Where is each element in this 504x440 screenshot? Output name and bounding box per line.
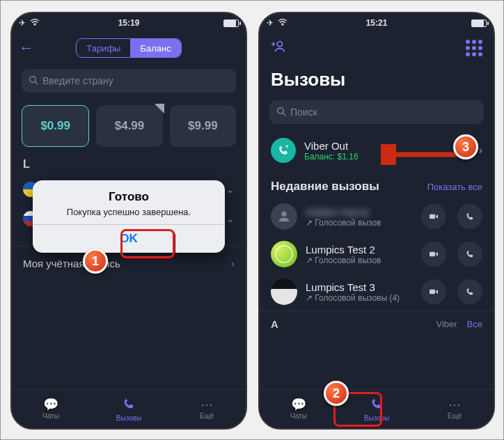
chat-icon: 💬 [291,398,306,411]
chat-icon: 💬 [43,398,58,411]
call-type: ↗ Голосовой вызов [306,218,410,228]
status-time: 15:21 [340,18,413,28]
top-bar: ← Тарифы Баланс [12,33,246,63]
status-bar: ✈ 15:21 [260,13,494,33]
voice-call-button[interactable] [457,242,482,267]
search-icon [29,75,38,87]
phone-icon [122,397,136,413]
bottom-nav: 💬 Чаты Вызовы ⋯ Ещё [12,389,246,428]
country-search[interactable]: Введите страну [22,69,236,93]
dialog-title: Готово [44,190,214,204]
call-type: ↗ Голосовой вызовы (4) [306,293,410,303]
svg-point-0 [34,24,36,26]
video-call-button[interactable] [421,204,446,229]
top-bar [260,33,494,63]
svg-rect-8 [430,214,435,219]
chevron-right-icon: › [479,144,482,157]
nav-chats[interactable]: 💬 Чаты [12,390,90,428]
dialog-message: Покупка успешно завершена. [44,207,214,217]
alpha-section: A Viber Все [260,311,494,337]
nav-chats[interactable]: 💬 Чаты [260,390,338,428]
nav-calls-label: Вызовы [116,414,141,422]
filter-all[interactable]: Все [467,319,482,329]
page-title: Вызовы [260,63,494,95]
bottom-nav: 💬 Чаты Вызовы ⋯ Ещё [260,389,494,428]
nav-chats-label: Чаты [42,412,59,420]
nav-more-label: Ещё [448,412,462,420]
segment-control[interactable]: Тарифы Баланс [76,38,181,58]
featured-ribbon-icon [155,104,164,113]
chevron-down-icon: ⌄ [226,184,235,195]
video-call-button[interactable] [421,279,446,304]
nav-more[interactable]: ⋯ Ещё [416,390,494,428]
screen-calls: ✈ 15:21 Вызовы Поиск Viber Out Баланс: $… [258,12,495,430]
call-row[interactable]: Lumpics Test 2 ↗ Голосовой вызов [260,235,494,273]
alpha-letter: A [271,318,278,330]
nav-calls[interactable]: Вызовы [90,390,168,428]
call-contact-name: Lumpics Test 3 [306,281,410,293]
viber-out-balance: Баланс: $1.16 [304,152,359,162]
viber-out-title: Viber Out [304,140,359,152]
svg-point-4 [277,41,282,46]
video-call-button[interactable] [421,242,446,267]
nav-chats-label: Чаты [290,412,307,420]
call-contact-name: Hidden Name [306,206,410,218]
nav-more[interactable]: ⋯ Ещё [168,390,246,428]
voice-call-button[interactable] [457,279,482,304]
viber-out-icon [271,138,296,163]
phone-icon [370,397,384,413]
svg-point-1 [30,76,36,81]
more-icon: ⋯ [200,398,213,411]
chevron-right-icon: › [231,258,235,269]
chevron-down-icon: ⌄ [226,213,235,224]
credit-4-99[interactable]: $4.99 [96,105,162,147]
search-placeholder: Введите страну [42,75,113,86]
nav-more-label: Ещё [200,412,214,420]
section-title: Недавние вызовы [271,180,379,194]
avatar-icon [271,203,297,230]
credit-options: $0.99 $4.99 $9.99 [12,98,246,154]
voice-call-button[interactable] [457,204,482,229]
call-contact-name: Lumpics Test 2 [306,244,410,256]
list-letter-header: L [12,154,246,175]
my-account-label: Моя учётная запись [23,258,120,269]
avatar-icon [271,241,297,267]
nav-calls-label: Вызовы [364,414,389,422]
more-icon: ⋯ [448,398,461,411]
credit-9-99[interactable]: $9.99 [170,105,236,147]
purchase-complete-dialog: Готово Покупка успешно завершена. OK [33,180,225,253]
svg-rect-10 [430,290,435,294]
back-button[interactable]: ← [19,39,34,57]
add-contact-button[interactable] [271,39,286,58]
wifi-icon [30,18,40,28]
svg-line-6 [283,113,285,116]
svg-point-7 [281,212,286,217]
segment-tariffs[interactable]: Тарифы [77,39,130,57]
call-row[interactable]: Lumpics Test 3 ↗ Голосовой вызовы (4) [260,273,494,311]
svg-point-3 [282,24,283,26]
calls-search[interactable]: Поиск [269,100,484,124]
screen-viber-out-balance: ✈ 15:19 ← Тарифы Баланс Введите страну $… [10,12,247,430]
segment-balance[interactable]: Баланс [130,39,180,57]
airplane-icon: ✈ [19,18,26,28]
search-icon [276,107,286,118]
credit-4-99-label: $4.99 [115,119,145,133]
credit-0-99[interactable]: $0.99 [22,105,89,147]
recent-calls-header: Недавние вызовы Показать все [260,170,494,198]
avatar-icon [271,278,297,305]
call-row[interactable]: Hidden Name ↗ Голосовой вызов [260,198,494,235]
search-placeholder: Поиск [290,107,317,118]
svg-point-5 [278,107,283,113]
svg-line-2 [35,81,38,84]
battery-icon [471,19,487,27]
wifi-icon [278,18,288,28]
status-bar: ✈ 15:19 [12,13,246,33]
viber-out-row[interactable]: Viber Out Баланс: $1.16 › [260,131,494,170]
nav-calls[interactable]: Вызовы [338,390,416,428]
dialog-ok-button[interactable]: OK [33,225,225,253]
filter-viber[interactable]: Viber [436,319,457,329]
battery-icon [223,19,239,27]
dialpad-button[interactable] [466,40,482,56]
call-type: ↗ Голосовой вызов [306,256,410,265]
show-all-link[interactable]: Показать все [427,182,482,192]
